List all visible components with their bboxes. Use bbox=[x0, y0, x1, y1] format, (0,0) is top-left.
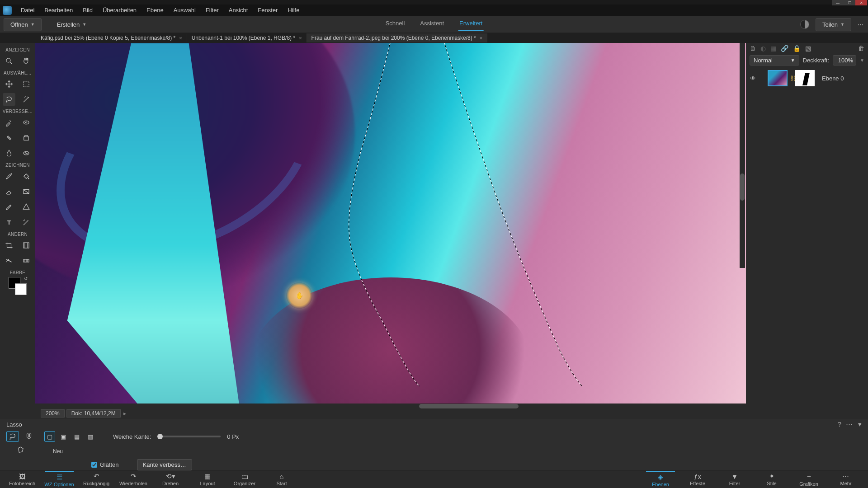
collapse-panel-icon[interactable]: ▾ bbox=[858, 420, 862, 428]
panel-photobin[interactable]: 🖼 Fotobereich bbox=[4, 470, 41, 488]
help-icon[interactable]: ? bbox=[838, 420, 841, 428]
window-close-button[interactable]: ✕ bbox=[855, 0, 867, 5]
layer-row[interactable]: 👁 ⛓ Ebene 0 bbox=[748, 68, 866, 88]
undo-button[interactable]: ↶ Rückgängig bbox=[78, 470, 115, 488]
panel-tooloptions[interactable]: ☰ WZ-Optionen bbox=[41, 470, 78, 488]
layer-thumb[interactable] bbox=[768, 70, 788, 86]
recompose-tool-icon[interactable] bbox=[20, 239, 33, 252]
scrollbar-thumb[interactable] bbox=[740, 174, 745, 201]
redo-button[interactable]: ↷ Wiederholen bbox=[115, 470, 152, 488]
layout-button[interactable]: ▦ Layout bbox=[189, 470, 226, 488]
panel-graphics[interactable]: ＋ Grafiken bbox=[790, 470, 827, 488]
healing-tool-icon[interactable] bbox=[3, 131, 15, 144]
background-color[interactable] bbox=[15, 283, 27, 295]
layer-name[interactable]: Ebene 0 bbox=[822, 75, 844, 82]
opacity-field[interactable]: 100% bbox=[833, 55, 856, 66]
lasso-variant-freehand-icon[interactable] bbox=[6, 431, 19, 442]
move-tool-icon[interactable] bbox=[3, 78, 15, 90]
straighten-tool-icon[interactable] bbox=[3, 254, 15, 267]
selection-new-icon[interactable]: ▢ bbox=[44, 431, 55, 442]
window-maximize-button[interactable]: ❐ bbox=[844, 0, 855, 5]
horizontal-scrollbar[interactable] bbox=[35, 404, 746, 409]
panel-layers[interactable]: ◈ Ebenen bbox=[642, 470, 679, 488]
mode-guided[interactable]: Assistent bbox=[419, 18, 445, 31]
lock-layer-icon[interactable]: 🔒 bbox=[793, 45, 801, 52]
selection-subtract-icon[interactable]: ▤ bbox=[71, 431, 82, 442]
feather-slider[interactable] bbox=[157, 436, 221, 437]
home-button[interactable]: ⌂ Start bbox=[263, 470, 300, 488]
blur-tool-icon[interactable] bbox=[3, 147, 15, 160]
clone-stamp-tool-icon[interactable] bbox=[20, 131, 33, 144]
antialias-checkbox[interactable]: Glätten bbox=[91, 461, 119, 468]
panel-effects[interactable]: ƒx Effekte bbox=[679, 470, 716, 488]
zoom-field[interactable]: 200% bbox=[41, 409, 65, 418]
eraser-tool-icon[interactable] bbox=[3, 185, 15, 198]
share-button[interactable]: Teilen ▼ bbox=[816, 18, 851, 31]
sponge-tool-icon[interactable] bbox=[20, 147, 33, 160]
organizer-button[interactable]: 🗃 Organizer bbox=[226, 470, 263, 488]
hand-tool-icon[interactable] bbox=[20, 55, 33, 67]
color-swatches[interactable]: ↺ bbox=[9, 277, 27, 295]
swap-colors-icon[interactable]: ↺ bbox=[24, 276, 28, 281]
brush-tool-icon[interactable] bbox=[3, 170, 15, 183]
mode-expert[interactable]: Erweitert bbox=[458, 18, 483, 31]
menu-bild[interactable]: Bild bbox=[78, 5, 97, 15]
lasso-variant-magnetic-icon[interactable] bbox=[23, 431, 35, 442]
shape-tool-icon[interactable] bbox=[20, 201, 33, 213]
selection-add-icon[interactable]: ▣ bbox=[58, 431, 69, 442]
menu-ansicht[interactable]: Ansicht bbox=[224, 5, 253, 15]
marquee-tool-icon[interactable] bbox=[20, 78, 33, 90]
doc-tab-0[interactable]: Käfig.psd bei 25% (Ebene 0 Kopie 5, Eben… bbox=[36, 33, 187, 42]
theme-toggle-icon[interactable] bbox=[800, 20, 809, 29]
magic-wand-tool-icon[interactable] bbox=[20, 93, 33, 106]
create-button[interactable]: Erstellen ▼ bbox=[51, 19, 93, 31]
menu-hilfe[interactable]: Hilfe bbox=[283, 5, 304, 15]
layer-adjust-icon[interactable]: ◐ bbox=[760, 45, 766, 52]
close-icon[interactable]: × bbox=[179, 35, 182, 41]
mode-quick[interactable]: Schnell bbox=[385, 18, 406, 31]
color-replace-tool-icon[interactable] bbox=[20, 216, 33, 229]
panel-menu-icon[interactable]: ⋯ bbox=[846, 420, 854, 428]
menu-bearbeiten[interactable]: Bearbeiten bbox=[40, 5, 77, 15]
panel-more[interactable]: ⋯ Mehr bbox=[827, 470, 864, 488]
close-icon[interactable]: × bbox=[480, 35, 482, 41]
visibility-toggle-icon[interactable]: 👁 bbox=[749, 75, 757, 82]
lasso-tool-icon[interactable] bbox=[3, 93, 15, 106]
slider-thumb[interactable] bbox=[157, 434, 163, 439]
scrollbar-thumb[interactable] bbox=[419, 404, 519, 408]
paint-bucket-tool-icon[interactable] bbox=[20, 170, 33, 183]
panel-styles[interactable]: ✦ Stile bbox=[753, 470, 790, 488]
layer-mask-icon[interactable]: ▦ bbox=[770, 45, 776, 52]
content-aware-tool-icon[interactable] bbox=[20, 254, 33, 267]
refine-edge-button[interactable]: Kante verbess… bbox=[137, 459, 192, 470]
redeye-tool-icon[interactable] bbox=[20, 116, 33, 129]
menu-fenster[interactable]: Fenster bbox=[253, 5, 282, 15]
delete-layer-icon[interactable]: 🗑 bbox=[858, 45, 864, 52]
layer-fx-menu-icon[interactable]: ▧ bbox=[805, 45, 811, 52]
blend-mode-select[interactable]: Normal ▼ bbox=[750, 55, 799, 66]
eyedropper-tool-icon[interactable] bbox=[3, 116, 15, 129]
crop-tool-icon[interactable] bbox=[3, 239, 15, 252]
pencil-tool-icon[interactable] bbox=[3, 201, 15, 213]
doc-tab-2[interactable]: Frau auf dem Fahrrad-2.jpeg bei 200% (Eb… bbox=[307, 33, 488, 42]
open-button[interactable]: Öffnen ▼ bbox=[4, 18, 42, 31]
menu-ebene[interactable]: Ebene bbox=[142, 5, 168, 15]
appbar-more-icon[interactable]: ⋯ bbox=[858, 21, 864, 28]
link-layers-icon[interactable]: 🔗 bbox=[781, 45, 788, 52]
doc-tab-1[interactable]: Unbenannt-1 bei 100% (Ebene 1, RGB/8) * … bbox=[187, 33, 307, 42]
layer-mask-thumb[interactable] bbox=[795, 70, 815, 86]
vertical-scrollbar[interactable] bbox=[740, 43, 745, 268]
window-minimize-button[interactable]: — bbox=[832, 0, 844, 5]
menu-auswahl[interactable]: Auswahl bbox=[169, 5, 200, 15]
zoom-tool-icon[interactable] bbox=[3, 55, 15, 67]
gradient-tool-icon[interactable] bbox=[20, 185, 33, 198]
canvas[interactable]: ✋ bbox=[35, 43, 746, 404]
new-layer-icon[interactable]: 🗎 bbox=[750, 45, 756, 52]
type-tool-icon[interactable]: T bbox=[3, 216, 15, 229]
chevron-down-icon[interactable]: ▼ bbox=[860, 58, 864, 63]
menu-ueberarbeiten[interactable]: Überarbeiten bbox=[98, 5, 141, 15]
menu-filter[interactable]: Filter bbox=[201, 5, 223, 15]
close-icon[interactable]: × bbox=[299, 35, 302, 41]
menu-datei[interactable]: Datei bbox=[16, 5, 39, 15]
panel-filters[interactable]: ▼ Filter bbox=[716, 470, 753, 488]
